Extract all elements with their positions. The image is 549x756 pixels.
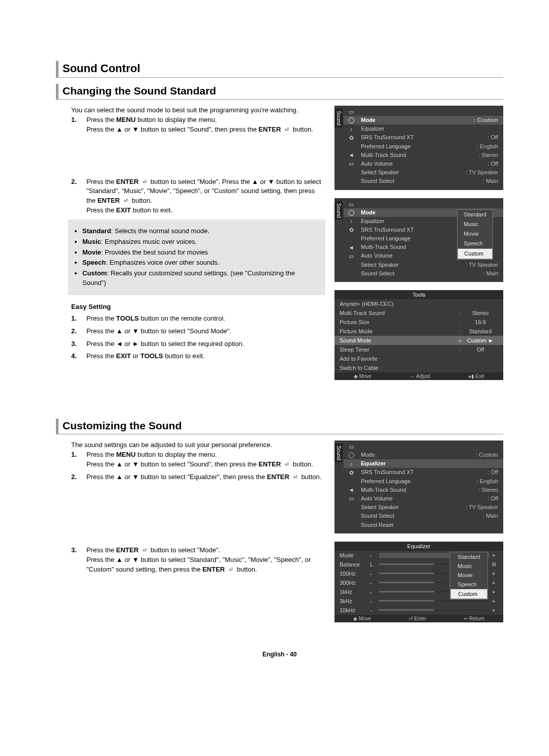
tools-row: Sound Mode◄Custom ►: [334, 336, 503, 345]
step-1-body: Press the MENU button to display the men…: [86, 115, 325, 135]
osd-row: Sound SelectMain: [344, 177, 503, 185]
osd-row: ♪Equalizer: [344, 459, 503, 468]
step-2-body: Press the ENTER ⏎ button to select "Mode…: [86, 177, 325, 215]
heading-changing: Changing the Sound Standard: [63, 85, 503, 97]
menu-icon: ✿: [347, 469, 356, 476]
mode-popup: StandardMusicMovieSpeechCustom: [457, 209, 493, 260]
eq-mode-popup: StandardMusicMovieSpeechCustom: [450, 552, 488, 600]
menu-icon: ◄: [347, 152, 356, 159]
tools-row: Multi-Track Sound:Stereo: [334, 308, 503, 318]
menu-icon: [347, 169, 356, 176]
menu-icon: [347, 178, 356, 185]
menu-icon: [347, 262, 356, 269]
easy-setting-head: Easy Setting: [71, 302, 325, 312]
tools-row: Picture Size:16:9: [334, 318, 503, 327]
intro-a: You can select the sound mode to best su…: [56, 106, 325, 115]
menu-icon: [347, 270, 356, 277]
osd-row: Preferred LanguageEnglish: [344, 477, 503, 486]
menu-icon: [347, 522, 356, 529]
osd-row: ▭: [344, 108, 503, 116]
tools-menu: Tools Anynet+ (HDMI-CEC)Multi-Track Soun…: [334, 290, 503, 380]
intro-b: The sound settings can be adjusted to su…: [56, 440, 325, 450]
osd-row: Sound SelectMain: [344, 512, 503, 520]
menu-icon: ▭: [347, 253, 356, 260]
tools-row: Add to Favorite: [334, 354, 503, 363]
tools-row: Picture Mode:Standard: [334, 327, 503, 336]
tools-row: Switch to Cable: [334, 363, 503, 372]
osd-row: ✿SRS TruSurround XTOff: [344, 468, 503, 477]
osd-row: ◯ModeCustom: [344, 116, 503, 124]
menu-icon: ◄: [347, 487, 356, 494]
menu-icon: ▭: [347, 495, 356, 502]
section-title: Sound Control: [63, 62, 503, 75]
osd-row: Sound SelectMain: [344, 269, 503, 278]
menu-icon: ◯: [347, 209, 356, 216]
osd-sound-menu-1: Sound ▭◯ModeCustom♪Equalizer✿SRS TruSurr…: [334, 106, 503, 190]
tools-row: Anynet+ (HDMI-CEC): [334, 299, 503, 308]
osd-row: ♪Equalizer: [344, 124, 503, 133]
menu-icon: [347, 143, 356, 150]
menu-icon: ✿: [347, 134, 356, 141]
menu-icon: ◄: [347, 244, 356, 251]
menu-icon: ▭: [347, 161, 356, 168]
mode-descriptions: Standard: Selects the normal sound mode.…: [68, 219, 325, 295]
eq-row: 10kHz-+: [334, 606, 503, 615]
step-2-num: 2.: [71, 177, 81, 215]
menu-icon: ▭: [347, 444, 356, 451]
menu-icon: ▭: [347, 109, 356, 116]
osd-row: ▭: [344, 443, 503, 451]
step-1-num: 1.: [71, 115, 81, 135]
tools-row: Sleep Timer:Off: [334, 345, 503, 354]
osd-row: ◯ModeCustom: [344, 451, 503, 459]
menu-icon: ◯: [347, 117, 356, 124]
menu-icon: ♪: [347, 218, 356, 225]
osd-row: ◄Multi-Track SoundStereo: [344, 486, 503, 494]
osd-row: Select SpeakerTV Speaker: [344, 168, 503, 177]
page-footer: English - 40: [56, 651, 503, 658]
osd-sound-menu-3: Sound ▭◯ModeCustom♪Equalizer✿SRS TruSurr…: [334, 440, 503, 533]
menu-icon: [347, 513, 356, 520]
menu-icon: [347, 478, 356, 485]
equalizer-panel: Equalizer Mode-+BalanceLR100Hz-+300Hz-+1…: [334, 542, 503, 622]
osd-row: ▭: [344, 200, 503, 208]
menu-icon: [347, 504, 356, 511]
menu-icon: ♪: [347, 460, 356, 467]
menu-icon: ♪: [347, 125, 356, 133]
osd-row: Preferred LanguageEnglish: [344, 142, 503, 151]
menu-icon: [347, 235, 356, 242]
menu-icon: ◯: [347, 452, 356, 459]
osd-row: ✿SRS TruSurround XTOff: [344, 133, 503, 142]
osd-row: Select SpeakerTV Speaker: [344, 261, 503, 269]
osd-row: ▭Auto VolumeOff: [344, 160, 503, 168]
menu-icon: ▭: [347, 201, 356, 208]
osd-row: Sound Reset: [344, 521, 503, 529]
osd-row: Select SpeakerTV Speaker: [344, 503, 503, 512]
osd-sound-menu-2: Sound ▭◯Mode♪Equalizer✿SRS TruSurround X…: [334, 198, 503, 282]
menu-icon: ✿: [347, 227, 356, 234]
heading-customizing: Customizing the Sound: [63, 420, 503, 432]
osd-row: ▭Auto VolumeOff: [344, 494, 503, 503]
osd-row: ◄Multi-Track SoundStereo: [344, 151, 503, 160]
